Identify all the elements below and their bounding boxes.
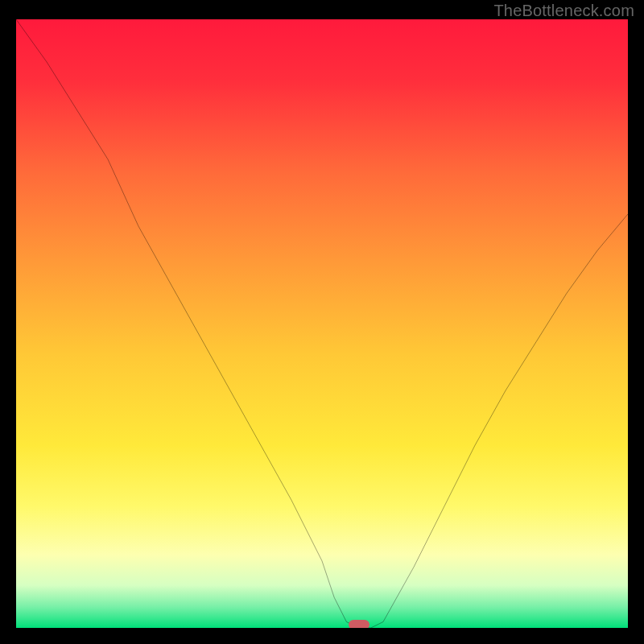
- chart-frame: TheBottleneck.com: [0, 0, 644, 644]
- minimum-marker: [349, 620, 369, 628]
- watermark-text: TheBottleneck.com: [493, 2, 634, 20]
- plot-area: [16, 19, 628, 628]
- bottleneck-curve: [16, 19, 628, 628]
